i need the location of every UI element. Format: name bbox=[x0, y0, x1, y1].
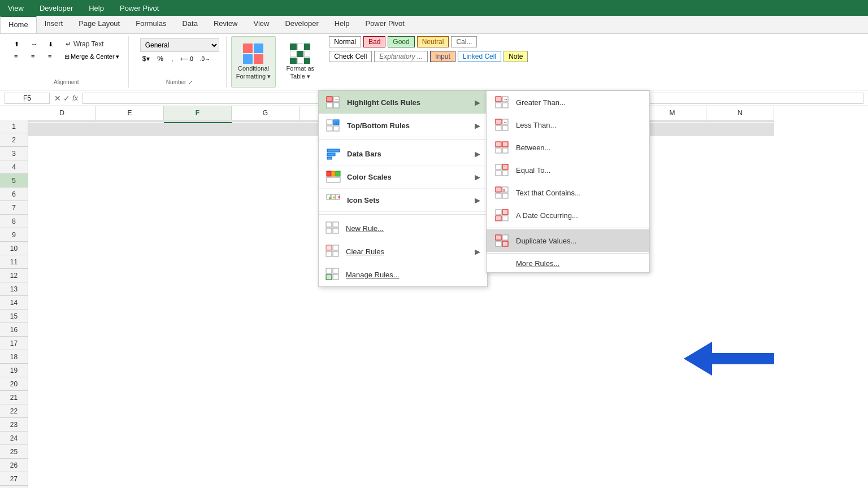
row-10[interactable]: 10 bbox=[0, 242, 28, 255]
cell-28-4[interactable] bbox=[232, 136, 300, 136]
menu-developer[interactable]: Developer bbox=[36, 3, 76, 14]
col-header-n[interactable]: N bbox=[706, 106, 774, 120]
row-4[interactable]: 4 bbox=[0, 160, 28, 174]
align-top-btn[interactable]: ⬆ bbox=[11, 39, 27, 50]
row-8[interactable]: 8 bbox=[0, 215, 28, 228]
row-18[interactable]: 18 bbox=[0, 350, 28, 364]
row-12[interactable]: 12 bbox=[0, 269, 28, 282]
sub-text-contains[interactable]: a Text that Contains... bbox=[487, 181, 649, 204]
percent-btn[interactable]: % bbox=[154, 54, 166, 64]
sub-between[interactable]: Between... bbox=[487, 136, 649, 159]
align-center-btn[interactable]: ≡ bbox=[28, 51, 44, 62]
cf-item-topbottom[interactable]: 10 Top/Bottom Rules ▶ bbox=[319, 114, 487, 137]
row-11[interactable]: 11 bbox=[0, 255, 28, 269]
number-expand-icon[interactable]: ⤢ bbox=[188, 79, 193, 85]
row-28[interactable]: 28 bbox=[0, 486, 28, 488]
number-format-select[interactable]: General Number Currency Percentage bbox=[140, 38, 219, 52]
style-cal[interactable]: Cal... bbox=[451, 36, 477, 47]
row-16[interactable]: 16 bbox=[0, 323, 28, 337]
sub-duplicate-values[interactable]: Duplicate Values... bbox=[487, 229, 649, 252]
align-bottom-btn[interactable]: ⬇ bbox=[45, 39, 61, 50]
cancel-formula-icon[interactable]: ✕ bbox=[54, 94, 61, 103]
row-9[interactable]: 9 bbox=[0, 228, 28, 242]
row-22[interactable]: 22 bbox=[0, 404, 28, 418]
comma-btn[interactable]: , bbox=[168, 54, 176, 64]
cf-item-newrule[interactable]: New Rule... bbox=[319, 217, 487, 240]
tab-review[interactable]: Review bbox=[206, 16, 246, 33]
row-2[interactable]: 2 bbox=[0, 133, 28, 147]
row-23[interactable]: 23 bbox=[0, 418, 28, 432]
increase-decimal-btn[interactable]: ⟵.0 bbox=[178, 55, 195, 63]
cf-item-highlight[interactable]: → Highlight Cells Rules ▶ bbox=[319, 91, 487, 114]
row-24[interactable]: 24 bbox=[0, 432, 28, 445]
cell-28-2[interactable] bbox=[96, 136, 164, 136]
align-middle-btn[interactable]: ↔ bbox=[28, 39, 44, 49]
cf-item-colorscales[interactable]: Color Scales ▶ bbox=[319, 165, 487, 189]
tab-developer[interactable]: Developer bbox=[277, 16, 326, 33]
cf-item-clearrules[interactable]: Clear Rules ▶ bbox=[319, 240, 487, 263]
row-6[interactable]: 6 bbox=[0, 188, 28, 201]
name-box[interactable] bbox=[5, 93, 50, 104]
col-header-d[interactable]: D bbox=[28, 106, 96, 120]
menu-help[interactable]: Help bbox=[85, 3, 107, 14]
sub-more-rules[interactable]: More Rules... bbox=[487, 255, 649, 272]
merge-center-btn[interactable]: ⊞ Merge & Center ▾ bbox=[62, 52, 121, 62]
row-21[interactable]: 21 bbox=[0, 391, 28, 404]
row-20[interactable]: 20 bbox=[0, 377, 28, 391]
style-input[interactable]: Input bbox=[430, 51, 455, 62]
decrease-decimal-btn[interactable]: .0→ bbox=[198, 55, 212, 63]
tab-pagelayout[interactable]: Page Layout bbox=[71, 16, 128, 33]
conditional-formatting-btn[interactable]: ConditionalFormatting ▾ bbox=[231, 36, 276, 88]
tab-home[interactable]: Home bbox=[0, 16, 37, 33]
sub-date-occurring[interactable]: A Date Occurring... bbox=[487, 204, 649, 226]
cell-28-1[interactable] bbox=[28, 136, 96, 136]
cf-item-iconsets[interactable]: ▲ ● ▼ Icon Sets ▶ bbox=[319, 189, 487, 212]
row-25[interactable]: 25 bbox=[0, 445, 28, 459]
cf-item-managerules[interactable]: Manage Rules... bbox=[319, 263, 487, 286]
col-header-e[interactable]: E bbox=[96, 106, 164, 120]
cf-item-databars[interactable]: Data Bars ▶ bbox=[319, 142, 487, 165]
tab-formulas[interactable]: Formulas bbox=[128, 16, 174, 33]
style-good[interactable]: Good bbox=[388, 36, 414, 47]
row-3[interactable]: 3 bbox=[0, 147, 28, 160]
row-5[interactable]: 5 bbox=[0, 174, 28, 188]
row-1[interactable]: 1 bbox=[0, 120, 28, 133]
row-14[interactable]: 14 bbox=[0, 296, 28, 310]
svg-rect-12 bbox=[327, 157, 332, 159]
confirm-formula-icon[interactable]: ✓ bbox=[63, 94, 70, 103]
insert-function-icon[interactable]: fx bbox=[72, 94, 78, 103]
tab-view[interactable]: View bbox=[246, 16, 277, 33]
align-right-btn[interactable]: ≡ bbox=[45, 51, 61, 62]
row-7[interactable]: 7 bbox=[0, 201, 28, 215]
sub-greater-than[interactable]: → Greater Than... bbox=[487, 91, 649, 114]
currency-btn[interactable]: $ ▾ bbox=[140, 54, 153, 64]
tab-data[interactable]: Data bbox=[174, 16, 205, 33]
row-13[interactable]: 13 bbox=[0, 282, 28, 296]
format-as-table-btn[interactable]: Format asTable ▾ bbox=[280, 36, 320, 88]
wrap-text-btn[interactable]: ↵ Wrap Text bbox=[62, 38, 107, 50]
row-19[interactable]: 19 bbox=[0, 364, 28, 377]
sub-less-than[interactable]: ← Less Than... bbox=[487, 114, 649, 136]
menu-powerpivot[interactable]: Power Pivot bbox=[116, 3, 162, 14]
style-check[interactable]: Check Cell bbox=[329, 51, 372, 62]
col-header-g[interactable]: G bbox=[232, 106, 300, 120]
style-neutral[interactable]: Neutral bbox=[417, 36, 449, 47]
style-explanatory[interactable]: Explanatory ... bbox=[374, 51, 428, 62]
style-note[interactable]: Note bbox=[504, 51, 528, 62]
row-15[interactable]: 15 bbox=[0, 310, 28, 323]
row-17[interactable]: 17 bbox=[0, 337, 28, 350]
col-header-f[interactable]: F bbox=[164, 106, 232, 120]
cell-28-11[interactable] bbox=[706, 136, 774, 136]
tab-help[interactable]: Help bbox=[327, 16, 358, 33]
cell-28-3[interactable] bbox=[164, 136, 232, 136]
align-left-btn[interactable]: ≡ bbox=[11, 51, 27, 62]
style-bad[interactable]: Bad bbox=[363, 36, 385, 47]
row-27[interactable]: 27 bbox=[0, 472, 28, 486]
style-linked[interactable]: Linked Cell bbox=[458, 51, 501, 62]
style-normal[interactable]: Normal bbox=[329, 36, 361, 47]
sub-equal-to[interactable]: = Equal To... bbox=[487, 159, 649, 181]
tab-powerpivot[interactable]: Power Pivot bbox=[357, 16, 412, 33]
row-26[interactable]: 26 bbox=[0, 459, 28, 472]
tab-insert[interactable]: Insert bbox=[37, 16, 71, 33]
menu-view[interactable]: View bbox=[5, 3, 27, 14]
